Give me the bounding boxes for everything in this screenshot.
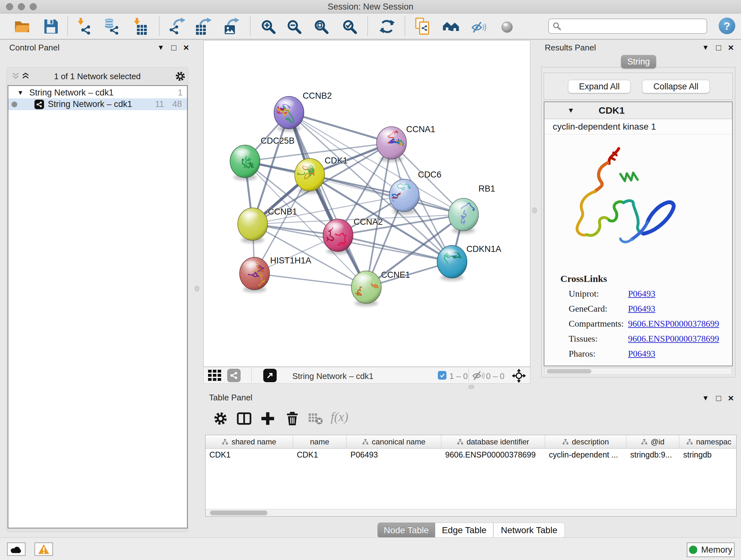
toolbar-separator bbox=[468, 368, 469, 382]
table-options-gear-icon[interactable] bbox=[213, 411, 228, 426]
splitter-grip[interactable] bbox=[468, 385, 474, 389]
export-network-icon[interactable] bbox=[168, 17, 186, 36]
close-panel-icon[interactable]: × bbox=[728, 42, 734, 53]
collection-count: 1 bbox=[178, 88, 183, 98]
table-cell[interactable]: P06493 bbox=[347, 449, 441, 460]
results-hscrollbar[interactable] bbox=[544, 368, 732, 375]
column-header-canonical-name[interactable]: canonical name bbox=[347, 435, 441, 449]
delete-table-icon bbox=[308, 411, 323, 426]
network-snapshot-icon[interactable] bbox=[414, 17, 432, 36]
maximize-panel-icon[interactable]: □ bbox=[716, 43, 721, 53]
table-cell[interactable]: stringdb:9... bbox=[626, 449, 679, 460]
create-column-icon[interactable] bbox=[260, 411, 275, 426]
memory-button[interactable]: Memory bbox=[687, 543, 735, 557]
search-input[interactable] bbox=[548, 18, 707, 34]
maximize-panel-icon[interactable]: □ bbox=[716, 393, 721, 403]
node-table[interactable]: shared namenamecanonical namedatabase id… bbox=[205, 435, 737, 516]
export-image-icon[interactable] bbox=[222, 17, 240, 36]
zoom-out-icon[interactable] bbox=[285, 17, 303, 36]
network-status-dot bbox=[11, 102, 17, 107]
detach-view-icon[interactable] bbox=[263, 369, 277, 382]
column-header-shared-name[interactable]: shared name bbox=[205, 435, 293, 449]
hide-graphics-details-icon[interactable] bbox=[470, 17, 488, 36]
crosslink-link[interactable]: P06493 bbox=[628, 349, 656, 359]
birds-eye-view-icon[interactable] bbox=[208, 370, 222, 381]
splitter-grip[interactable] bbox=[195, 286, 199, 292]
crosslink-link[interactable]: P06493 bbox=[628, 304, 656, 314]
column-header-namespac[interactable]: namespac bbox=[679, 435, 737, 449]
node-CCNE1[interactable]: CCNE1 bbox=[351, 270, 410, 306]
scrollbar-thumb[interactable] bbox=[547, 369, 591, 374]
collection-expander-icon[interactable]: ▼ bbox=[17, 89, 23, 97]
selected-checkbox-icon[interactable] bbox=[438, 371, 447, 380]
table-cell[interactable]: cyclin-dependent ... bbox=[545, 449, 626, 460]
zoom-in-icon[interactable] bbox=[259, 17, 277, 36]
table-cell[interactable]: CDK1 bbox=[293, 449, 347, 460]
import-network-file-icon[interactable] bbox=[75, 17, 92, 36]
column-header-description[interactable]: description bbox=[545, 435, 626, 449]
tab-edge-table[interactable]: Edge Table bbox=[435, 523, 493, 538]
network-collection-row[interactable]: ▼ String Network – cdk1 1 bbox=[8, 87, 187, 99]
edge-CCNB2-CCNA1[interactable] bbox=[289, 113, 391, 143]
zoom-selected-icon[interactable] bbox=[340, 17, 358, 36]
tab-string-results[interactable]: String bbox=[621, 55, 656, 68]
table-hscrollbar[interactable] bbox=[205, 509, 736, 516]
warnings-button[interactable] bbox=[35, 543, 53, 556]
show-graphics-level-icon[interactable] bbox=[498, 17, 516, 36]
import-network-database-icon[interactable] bbox=[102, 17, 120, 36]
node-CDC25B[interactable]: CDC25B bbox=[230, 136, 294, 180]
edge-HIST1H1A-CCNE1[interactable] bbox=[255, 273, 366, 287]
function-builder-icon: f(x) bbox=[331, 409, 348, 424]
crosslink-link[interactable]: P06493 bbox=[628, 289, 656, 299]
save-session-icon[interactable] bbox=[42, 17, 60, 36]
float-panel-icon[interactable]: ▼ bbox=[702, 394, 709, 402]
node-CCNA1[interactable]: CCNA1 bbox=[377, 125, 435, 162]
table-cell[interactable]: stringdb bbox=[679, 449, 737, 460]
collapse-card-icon[interactable]: ▼ bbox=[567, 106, 575, 115]
delete-column-icon[interactable] bbox=[285, 411, 300, 426]
import-table-icon[interactable] bbox=[130, 17, 148, 36]
network-options-gear-icon[interactable] bbox=[175, 71, 186, 82]
close-panel-icon[interactable]: × bbox=[184, 42, 189, 53]
toolbar-separator bbox=[252, 368, 252, 382]
results-panel-window-icons: ▼ □ × bbox=[702, 42, 734, 53]
refresh-view-icon[interactable] bbox=[378, 17, 396, 36]
show-columns-icon[interactable] bbox=[237, 411, 252, 426]
network-row-selected[interactable]: String Network – cdk1 11 48 bbox=[8, 98, 187, 110]
column-header-name[interactable]: name bbox=[293, 435, 347, 449]
crosslink-link[interactable]: 9606.ENSP00000378699 bbox=[628, 319, 719, 329]
string-view-icon[interactable] bbox=[227, 369, 241, 382]
node-CDC6[interactable]: CDC6 bbox=[386, 170, 441, 214]
fit-selected-crosshair-icon[interactable] bbox=[512, 368, 526, 383]
crosslink-link[interactable]: 9606.ENSP00000378699 bbox=[628, 334, 719, 344]
tab-node-table[interactable]: Node Table bbox=[378, 523, 435, 538]
protein-name: CDK1 bbox=[599, 105, 625, 116]
network-canvas[interactable]: CCNB2CCNA1CDC25BCDK1CDC6RB1CCNB1CCNA2CDK… bbox=[203, 40, 530, 367]
node-RB1[interactable]: RB1 bbox=[448, 184, 495, 233]
table-cell[interactable]: 9606.ENSP00000378699 bbox=[441, 449, 545, 460]
column-header-database-identifier[interactable]: database identifier bbox=[441, 435, 545, 449]
collapse-all-button[interactable]: Collapse All bbox=[642, 80, 710, 93]
float-panel-icon[interactable]: ▼ bbox=[702, 44, 709, 52]
home-layout-icon[interactable] bbox=[442, 17, 460, 36]
cloud-status-button[interactable] bbox=[7, 543, 25, 556]
float-panel-icon[interactable]: ▼ bbox=[157, 44, 164, 52]
node-CDKN1A[interactable]: CDKN1A bbox=[437, 244, 501, 281]
node-count: 11 bbox=[155, 99, 164, 109]
table-cell[interactable]: CDK1 bbox=[205, 449, 293, 460]
zoom-fit-icon[interactable] bbox=[312, 17, 330, 36]
protein-card-header[interactable]: ▼ CDK1 bbox=[544, 102, 732, 119]
node-label-CCNA2: CCNA2 bbox=[354, 217, 383, 227]
collection-label: String Network – cdk1 bbox=[29, 88, 114, 98]
hidden-eye-slash-icon bbox=[472, 371, 485, 381]
help-button[interactable]: ? bbox=[719, 17, 735, 34]
tab-network-table[interactable]: Network Table bbox=[493, 523, 565, 538]
node-HIST1H1A[interactable]: HIST1H1A bbox=[240, 256, 312, 293]
close-panel-icon[interactable]: × bbox=[728, 393, 734, 403]
maximize-panel-icon[interactable]: □ bbox=[172, 43, 177, 53]
expand-all-button[interactable]: Expand All bbox=[568, 80, 630, 93]
export-table-icon[interactable] bbox=[194, 17, 212, 36]
scrollbar-thumb[interactable] bbox=[210, 510, 267, 515]
open-session-icon[interactable] bbox=[13, 17, 31, 36]
column-header--id[interactable]: @id bbox=[626, 435, 679, 449]
